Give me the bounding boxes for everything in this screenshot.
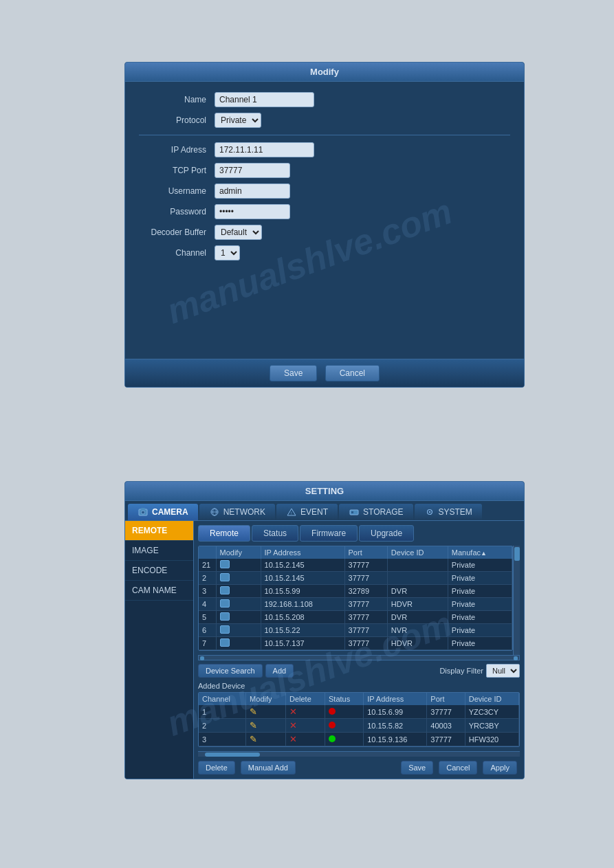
modify-title: Modify (125, 63, 524, 82)
sidebar-item-camname[interactable]: CAM NAME (125, 581, 193, 601)
table-row: 3 10.15.5.99 32789 DVR Private (199, 585, 512, 598)
edit-icon[interactable]: ✎ (250, 734, 257, 744)
protocol-select[interactable]: Private (215, 113, 261, 128)
col-num (199, 546, 216, 559)
setting-title: SETTING (125, 482, 524, 501)
edit-icon[interactable]: ✎ (250, 706, 257, 717)
svg-point-11 (428, 511, 430, 513)
svg-rect-2 (141, 508, 145, 510)
divider (139, 135, 510, 135)
sidebar-item-encode[interactable]: ENCODE (125, 561, 193, 581)
edit-icon[interactable]: ✎ (250, 720, 257, 731)
nav-camera-label: CAMERA (152, 507, 188, 517)
delete-row-icon[interactable]: ✕ (289, 706, 297, 717)
ip-row: IP Adress (139, 142, 510, 157)
added-table-row: 2 ✎ ✕ 10.15.5.82 40003 YRC3BY (199, 719, 519, 733)
sidebar-item-image[interactable]: IMAGE (125, 541, 193, 561)
ip-input[interactable] (215, 142, 314, 157)
svg-rect-9 (351, 511, 353, 513)
password-input[interactable] (215, 204, 290, 219)
h-scrollbar-left (200, 656, 204, 660)
table-row: 7 10.15.7.137 37777 HDVR Private (199, 637, 512, 650)
added-h-scrollbar[interactable] (198, 751, 520, 757)
manual-add-button[interactable]: Manual Add (241, 761, 296, 775)
modify-icon[interactable] (220, 573, 230, 581)
save-button[interactable]: Save (270, 365, 317, 381)
tcp-label: TCP Port (139, 166, 215, 175)
modify-footer: Save Cancel (125, 359, 524, 387)
modify-icon[interactable] (220, 638, 230, 647)
main-area: Remote Status Firmware Upgrade Modify IP… (194, 521, 524, 779)
h-scrollbar[interactable] (198, 655, 520, 660)
table-row: 2 10.15.2.145 37777 Private (199, 572, 512, 585)
nav-event[interactable]: ! EVENT (276, 504, 338, 520)
delete-row-icon[interactable]: ✕ (289, 734, 297, 744)
tcp-row: TCP Port (139, 163, 510, 178)
modify-icon[interactable] (220, 599, 230, 608)
added-device-label: Added Device (198, 682, 520, 690)
sidebar-item-remote[interactable]: REMOTE (125, 521, 193, 541)
save-btn[interactable]: Save (401, 761, 433, 775)
add-button[interactable]: Add (265, 664, 294, 678)
name-input[interactable] (215, 92, 314, 107)
channel-select[interactable]: 1 (215, 245, 240, 260)
ip-label: IP Adress (139, 145, 215, 155)
display-filter-label: Display Filter (439, 667, 483, 675)
added-table-row: 1 ✎ ✕ 10.15.6.99 37777 YZC3CY (199, 705, 519, 719)
nav-camera[interactable]: CAMERA (128, 504, 198, 520)
cancel-button[interactable]: Cancel (325, 365, 380, 381)
tab-upgrade[interactable]: Upgrade (359, 525, 414, 542)
table-scrollbar[interactable] (513, 546, 520, 655)
delete-button[interactable]: Delete (198, 761, 235, 775)
added-col-deviceid: Device ID (465, 693, 518, 705)
nav-network[interactable]: NETWORK (199, 504, 275, 520)
nav-system[interactable]: SYSTEM (415, 504, 482, 520)
cancel-btn[interactable]: Cancel (439, 761, 477, 775)
display-filter: Display Filter Null (439, 664, 520, 678)
event-icon: ! (286, 507, 297, 517)
device-search-button[interactable]: Device Search (198, 664, 263, 678)
channel-row: Channel 1 (139, 245, 510, 260)
username-input[interactable] (215, 183, 290, 199)
modify-icon[interactable] (220, 586, 230, 594)
status-dot-red (329, 722, 336, 728)
svg-text:!: ! (291, 511, 292, 515)
nav-storage[interactable]: STORAGE (339, 504, 413, 520)
bottom-right: Save Cancel Apply (401, 761, 520, 775)
device-table: Modify IP Address Port Device ID Manufac… (199, 546, 512, 650)
decoder-row: Decoder Buffer Default (139, 225, 510, 240)
tab-firmware[interactable]: Firmware (300, 525, 358, 542)
storage-icon (349, 507, 360, 517)
device-table-wrap: Modify IP Address Port Device ID Manufac… (198, 546, 513, 651)
col-port: Port (344, 546, 387, 559)
table-row: 21 10.15.2.145 37777 Private (199, 559, 512, 572)
added-col-modify: Modify (246, 693, 286, 705)
nav-storage-label: STORAGE (363, 507, 403, 517)
device-table-container: Modify IP Address Port Device ID Manufac… (198, 546, 520, 655)
bottom-bar: Delete Manual Add Save Cancel Apply (198, 761, 520, 775)
delete-row-icon[interactable]: ✕ (289, 720, 297, 731)
modify-icon[interactable] (220, 560, 230, 568)
display-filter-select[interactable]: Null (486, 664, 520, 678)
modify-body: Name Protocol Private IP Adress TCP Port… (125, 82, 524, 276)
added-table: Channel Modify Delete Status IP Address … (199, 693, 519, 746)
tcp-input[interactable] (215, 163, 290, 178)
system-icon (424, 507, 435, 517)
modify-icon[interactable] (220, 625, 230, 634)
modify-icon[interactable] (220, 612, 230, 621)
username-label: Username (139, 186, 215, 196)
apply-btn[interactable]: Apply (483, 761, 517, 775)
added-table-row: 3 ✎ ✕ 10.15.9.136 37777 HFW320 (199, 733, 519, 746)
nav-network-label: NETWORK (223, 507, 265, 517)
decoder-label: Decoder Buffer (139, 227, 215, 237)
decoder-select[interactable]: Default (215, 225, 262, 240)
col-ip: IP Address (261, 546, 344, 559)
tab-bar: Remote Status Firmware Upgrade (198, 525, 520, 542)
table-row: 6 10.15.5.22 37777 NVR Private (199, 624, 512, 637)
status-dot-red (329, 708, 336, 715)
tab-status[interactable]: Status (252, 525, 298, 542)
col-deviceid: Device ID (387, 546, 448, 559)
nav-event-label: EVENT (300, 507, 328, 517)
added-scrollbar-thumb (205, 753, 260, 757)
tab-remote[interactable]: Remote (198, 525, 250, 542)
